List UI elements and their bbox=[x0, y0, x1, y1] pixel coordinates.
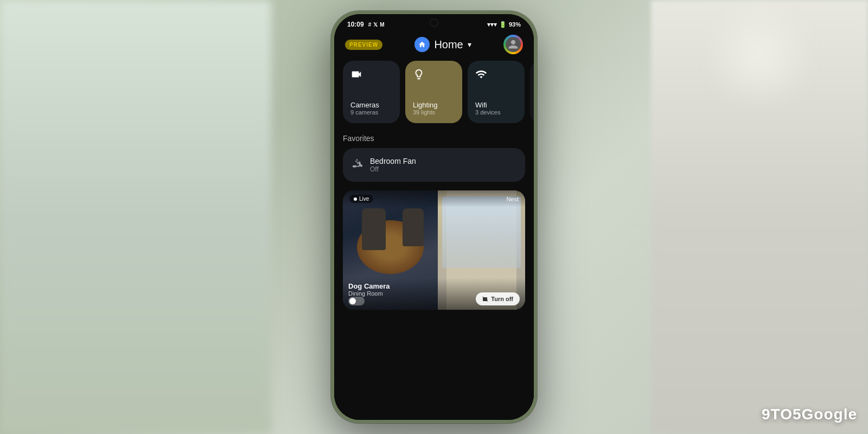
turn-off-button[interactable]: Turn off bbox=[476, 292, 520, 305]
battery-icon: 🔋 bbox=[499, 21, 507, 28]
lighting-card-subtitle: 39 lights bbox=[413, 109, 455, 116]
camera-location-text: Dining Room bbox=[348, 290, 390, 297]
lighting-card-icon bbox=[413, 68, 455, 84]
live-badge: Live bbox=[349, 195, 373, 203]
live-dot bbox=[354, 197, 357, 201]
lighting-card-title: Lighting bbox=[413, 101, 455, 109]
camera-toggle[interactable] bbox=[348, 297, 365, 305]
bedroom-fan-card[interactable]: Bedroom Fan Off bbox=[343, 148, 525, 182]
status-bar: 10:09 # 𝕏 M ▾▾▾ 🔋 93% bbox=[334, 14, 534, 30]
status-hashtag-icon: # bbox=[368, 22, 372, 28]
lighting-card-text: Lighting 39 lights bbox=[413, 101, 455, 116]
wifi-card-title: Wifi bbox=[475, 101, 517, 109]
bg-top-right-glow bbox=[705, 0, 814, 108]
live-label: Live bbox=[359, 196, 369, 202]
app-header: PREVIEW Home ▾ bbox=[334, 30, 534, 61]
camera-bottom-overlay: Dog Camera Dining Room Turn off bbox=[343, 278, 525, 310]
extra-card[interactable]: 1 bbox=[530, 61, 534, 123]
bedroom-fan-title: Bedroom Fan bbox=[370, 157, 416, 165]
nest-brand-label: Nest bbox=[506, 196, 519, 202]
wifi-card-subtitle: 3 devices bbox=[475, 109, 517, 116]
favorites-section-label: Favorites bbox=[334, 132, 534, 148]
wifi-card[interactable]: Wifi 3 devices bbox=[468, 61, 525, 123]
bg-left-blur bbox=[0, 0, 271, 434]
status-bar-right: ▾▾▾ 🔋 93% bbox=[487, 21, 521, 28]
fan-icon bbox=[352, 158, 363, 173]
chevron-down-icon: ▾ bbox=[468, 40, 471, 49]
watermark: 9TO5Google bbox=[762, 406, 857, 423]
camera-content: Live Nest Dog Camera Dining Room bbox=[343, 190, 525, 310]
wifi-card-text: Wifi 3 devices bbox=[475, 101, 517, 116]
turn-off-label: Turn off bbox=[491, 296, 513, 302]
cameras-card-subtitle: 9 cameras bbox=[350, 109, 392, 116]
signal-icon: ▾▾▾ bbox=[487, 21, 497, 28]
bedroom-fan-text: Bedroom Fan Off bbox=[370, 157, 416, 173]
camera-notch bbox=[430, 18, 438, 27]
avatar[interactable] bbox=[503, 35, 523, 54]
status-bar-left: 10:09 # 𝕏 M bbox=[347, 21, 385, 28]
camera-off-icon bbox=[482, 296, 489, 302]
wifi-card-icon bbox=[475, 68, 517, 84]
home-title-text: Home bbox=[434, 39, 463, 51]
cameras-card-title: Cameras bbox=[350, 101, 392, 109]
camera-chair2 bbox=[403, 208, 423, 246]
camera-toggle-row bbox=[348, 297, 390, 305]
status-twitter-icon: 𝕏 bbox=[373, 22, 378, 28]
cameras-card-text: Cameras 9 cameras bbox=[350, 101, 392, 116]
home-icon bbox=[414, 37, 430, 52]
camera-name-text: Dog Camera bbox=[348, 282, 390, 290]
status-gmail-icon: M bbox=[380, 22, 384, 28]
phone-device: 10:09 # 𝕏 M ▾▾▾ 🔋 93% PREVIEW bbox=[331, 11, 537, 423]
camera-feed[interactable]: Live Nest Dog Camera Dining Room bbox=[343, 190, 525, 310]
avatar-inner bbox=[506, 37, 521, 52]
phone-screen: 10:09 # 𝕏 M ▾▾▾ 🔋 93% PREVIEW bbox=[334, 14, 534, 420]
device-cards-row: Cameras 9 cameras Lighting 39 lights bbox=[334, 61, 534, 132]
home-title-group[interactable]: Home ▾ bbox=[414, 37, 471, 52]
bedroom-fan-status: Off bbox=[370, 165, 416, 173]
camera-chair1 bbox=[362, 208, 386, 250]
cameras-card[interactable]: Cameras 9 cameras bbox=[343, 61, 400, 123]
camera-top-overlay: Live Nest bbox=[343, 190, 525, 207]
preview-badge: PREVIEW bbox=[345, 40, 382, 50]
battery-percent: 93% bbox=[509, 21, 521, 28]
lighting-card[interactable]: Lighting 39 lights bbox=[405, 61, 462, 123]
status-time: 10:09 bbox=[347, 21, 364, 28]
camera-name-group: Dog Camera Dining Room bbox=[348, 282, 390, 305]
camera-card-icon bbox=[350, 68, 392, 84]
phone-inner: 10:09 # 𝕏 M ▾▾▾ 🔋 93% PREVIEW bbox=[334, 14, 534, 420]
